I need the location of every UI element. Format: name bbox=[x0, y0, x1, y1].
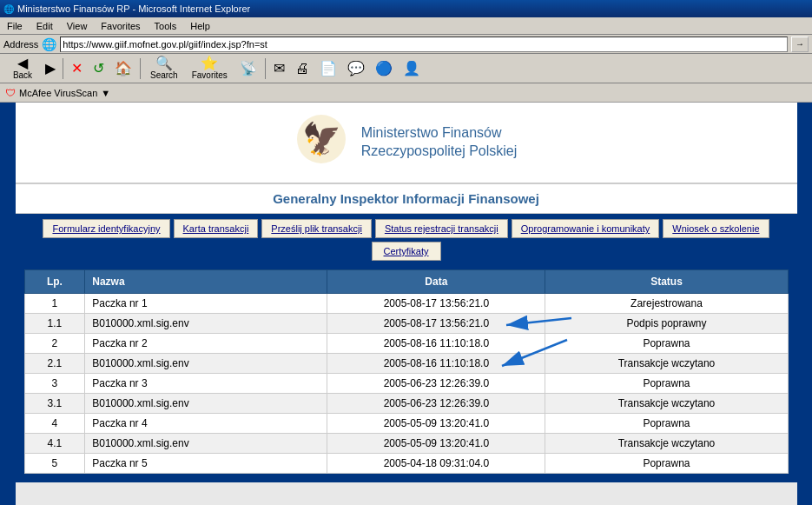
header-title-line1: Ministerstwo Finansów bbox=[361, 124, 518, 143]
menu-view[interactable]: View bbox=[63, 19, 91, 33]
cell-nazwa: B010000.xml.sig.env bbox=[85, 394, 327, 414]
table-row[interactable]: 2 Paczka nr 2 2005-08-16 11:10:18.0 Popr… bbox=[24, 334, 788, 354]
home-button[interactable]: 🏠 bbox=[110, 56, 136, 82]
cell-lp: 4 bbox=[24, 414, 85, 434]
menu-help[interactable]: Help bbox=[187, 19, 214, 33]
cell-data: 2005-05-09 13:20:41.0 bbox=[327, 414, 545, 434]
eagle-emblem: 🦅 bbox=[295, 113, 347, 165]
edit-button[interactable]: 📄 bbox=[315, 56, 341, 82]
cell-nazwa: Paczka nr 3 bbox=[85, 374, 327, 394]
menu-edit[interactable]: Edit bbox=[33, 19, 56, 33]
col-lp: Lp. bbox=[24, 270, 85, 294]
cell-lp: 4.1 bbox=[24, 434, 85, 454]
cell-nazwa: Paczka nr 4 bbox=[85, 414, 327, 434]
cell-status: Zarejestrowana bbox=[545, 294, 788, 314]
back-icon: ◀ bbox=[17, 56, 28, 70]
tab-karta[interactable]: Karta transakcji bbox=[174, 219, 259, 238]
table-row[interactable]: 1 Paczka nr 1 2005-08-17 13:56:21.0 Zare… bbox=[24, 294, 788, 314]
tab-przeslij[interactable]: Prześlij plik transakcji bbox=[261, 219, 372, 238]
table-row[interactable]: 3 Paczka nr 3 2005-06-23 12:26:39.0 Popr… bbox=[24, 374, 788, 394]
stop-button[interactable]: ✕ bbox=[67, 56, 87, 82]
table-row[interactable]: 4.1 B010000.xml.sig.env 2005-05-09 13:20… bbox=[24, 434, 788, 454]
table-row[interactable]: 1.1 B010000.xml.sig.env 2005-08-17 13:56… bbox=[24, 314, 788, 334]
menu-favorites[interactable]: Favorites bbox=[97, 19, 143, 33]
messenger-icon: 🔵 bbox=[375, 62, 393, 76]
forward-icon: ▶ bbox=[45, 62, 56, 76]
back-button[interactable]: ◀ Back bbox=[5, 56, 40, 82]
favorites-icon: ⭐ bbox=[201, 56, 218, 70]
cell-status: Poprawna bbox=[545, 374, 788, 394]
cell-data: 2005-08-16 11:10:18.0 bbox=[327, 354, 545, 374]
mail-button[interactable]: ✉ bbox=[269, 56, 289, 82]
search-label: Search bbox=[150, 70, 178, 80]
favorites-button[interactable]: ⭐ Favorites bbox=[186, 56, 234, 82]
mail-icon: ✉ bbox=[274, 62, 285, 76]
user-icon: 👤 bbox=[403, 62, 420, 76]
cell-status: Transakcje wczytano bbox=[545, 394, 788, 414]
cell-data: 2005-08-17 13:56:21.0 bbox=[327, 314, 545, 334]
user-button[interactable]: 👤 bbox=[399, 56, 425, 82]
messenger-button[interactable]: 🔵 bbox=[371, 56, 397, 82]
address-icon: 🌐 bbox=[42, 37, 56, 51]
title-bar: 🌐 Ministerstwo Finansów RP - Microsoft I… bbox=[0, 0, 812, 17]
cell-status: Poprawna bbox=[545, 414, 788, 434]
menu-file[interactable]: File bbox=[3, 19, 26, 33]
transactions-table: Lp. Nazwa Data Status 1 Paczka nr 1 2005… bbox=[24, 269, 789, 474]
search-button[interactable]: 🔍 Search bbox=[144, 56, 184, 82]
toolbar-sep-1 bbox=[63, 58, 63, 79]
refresh-button[interactable]: ↺ bbox=[89, 56, 109, 82]
cell-lp: 1.1 bbox=[24, 314, 85, 334]
cell-data: 2005-08-16 11:10:18.0 bbox=[327, 334, 545, 354]
cell-lp: 3 bbox=[24, 374, 85, 394]
col-status: Status bbox=[545, 270, 788, 294]
toolbar-sep-3 bbox=[265, 58, 266, 79]
home-icon: 🏠 bbox=[115, 62, 132, 76]
tab-wniosek[interactable]: Wniosek o szkolenie bbox=[663, 219, 769, 238]
address-label: Address bbox=[3, 39, 38, 50]
ministry-logo: 🦅 bbox=[295, 113, 347, 172]
tab-oprogramowanie[interactable]: Oprogramowanie i komunikaty bbox=[512, 219, 660, 238]
cell-nazwa: B010000.xml.sig.env bbox=[85, 314, 327, 334]
table-row[interactable]: 4 Paczka nr 4 2005-05-09 13:20:41.0 Popr… bbox=[24, 414, 788, 434]
search-icon: 🔍 bbox=[155, 56, 173, 70]
cell-status: Transakcje wczytano bbox=[545, 354, 788, 374]
go-button[interactable]: → bbox=[791, 37, 809, 52]
mcafee-icon: 🛡 bbox=[5, 87, 16, 99]
cell-lp: 2.1 bbox=[24, 354, 85, 374]
toolbar: ◀ Back ▶ ✕ ↺ 🏠 🔍 Search ⭐ Favorites 📡 ✉ … bbox=[0, 54, 812, 83]
cell-data: 2005-04-18 09:31:04.0 bbox=[327, 454, 545, 474]
content-area: 🦅 Ministerstwo Finansów Rzeczypospolitej… bbox=[0, 103, 812, 505]
table-row[interactable]: 2.1 B010000.xml.sig.env 2005-08-16 11:10… bbox=[24, 354, 788, 374]
cell-lp: 3.1 bbox=[24, 394, 85, 414]
nav-tabs: Formularz identyfikacyjny Karta transakc… bbox=[16, 214, 797, 266]
address-input[interactable] bbox=[60, 37, 788, 52]
header-title-line2: Rzeczypospolitej Polskiej bbox=[361, 143, 518, 161]
toolbar-sep-2 bbox=[140, 58, 141, 79]
cell-nazwa: Paczka nr 2 bbox=[85, 334, 327, 354]
menu-tools[interactable]: Tools bbox=[151, 19, 181, 33]
cell-status: Poprawna bbox=[545, 454, 788, 474]
mcafee-label: McAfee VirusScan bbox=[19, 88, 97, 98]
print-icon: 🖨 bbox=[295, 62, 309, 76]
svg-text:🦅: 🦅 bbox=[301, 120, 340, 157]
discuss-button[interactable]: 💬 bbox=[343, 56, 369, 82]
page-subtitle: Generalny Inspektor Informacji Finansowe… bbox=[16, 184, 797, 214]
mcafee-dropdown[interactable]: ▼ bbox=[101, 88, 110, 98]
media-button[interactable]: 📡 bbox=[235, 56, 261, 82]
cell-nazwa: B010000.xml.sig.env bbox=[85, 354, 327, 374]
back-label: Back bbox=[13, 70, 32, 80]
header-text: Ministerstwo Finansów Rzeczypospolitej P… bbox=[361, 124, 518, 161]
media-icon: 📡 bbox=[240, 62, 257, 76]
refresh-icon: ↺ bbox=[93, 62, 104, 76]
forward-button[interactable]: ▶ bbox=[42, 56, 59, 82]
tab-certyfikaty[interactable]: Certyfikaty bbox=[372, 242, 441, 261]
cell-nazwa: B010000.xml.sig.env bbox=[85, 434, 327, 454]
tab-status[interactable]: Status rejestracji transakcji bbox=[375, 219, 508, 238]
address-bar: Address 🌐 → bbox=[0, 35, 812, 54]
print-button[interactable]: 🖨 bbox=[291, 56, 314, 82]
cell-data: 2005-06-23 12:26:39.0 bbox=[327, 394, 545, 414]
tab-formularz[interactable]: Formularz identyfikacyjny bbox=[43, 219, 169, 238]
table-row[interactable]: 3.1 B010000.xml.sig.env 2005-06-23 12:26… bbox=[24, 394, 788, 414]
stop-icon: ✕ bbox=[71, 62, 83, 76]
table-row[interactable]: 5 Paczka nr 5 2005-04-18 09:31:04.0 Popr… bbox=[24, 454, 788, 474]
